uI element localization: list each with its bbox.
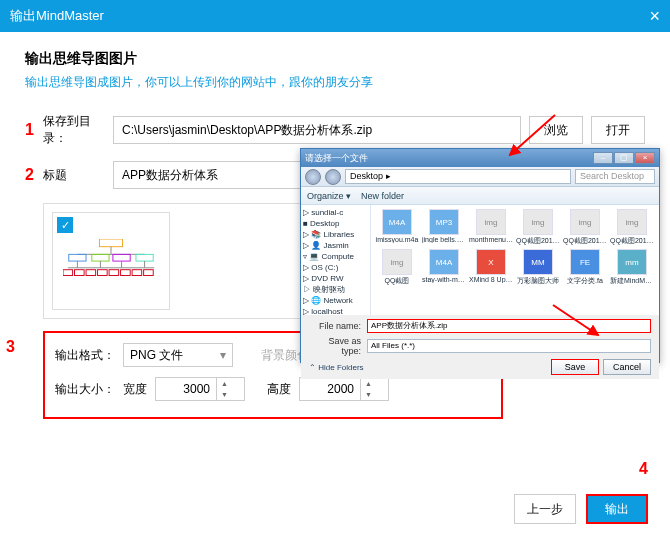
tree-item[interactable]: ▷ 映射驱动 <box>303 284 368 295</box>
savetype-dropdown[interactable]: All Files (*.*) <box>367 339 651 353</box>
file-label: QQ截图20171023171.png <box>516 236 560 246</box>
file-item[interactable]: imgQQ截图 <box>375 249 419 286</box>
svg-rect-14 <box>86 270 96 276</box>
tree-item[interactable]: ▿ 💻 Compute <box>303 251 368 262</box>
file-item[interactable]: MM万彩脑图大师 <box>516 249 560 286</box>
svg-rect-17 <box>121 270 131 276</box>
maximize-icon[interactable]: ▢ <box>614 152 634 164</box>
file-item[interactable]: imgQQ截图20171023171701.png <box>563 209 607 246</box>
file-item[interactable]: XXMind 8 Update 5 <box>469 249 513 286</box>
file-item[interactable]: mm新建MindMaster.mm <box>610 249 654 286</box>
file-grid[interactable]: M4Aimissyou.m4aMP3jingle bells.mp3imgmon… <box>371 205 659 315</box>
file-icon: M4A <box>429 249 459 275</box>
file-label: stay-with-me.m4a <box>422 276 466 283</box>
spin-up-icon[interactable]: ▲ <box>217 378 232 389</box>
height-input[interactable] <box>300 382 360 396</box>
file-label: XMind 8 Update 5 <box>469 276 513 283</box>
tree-item[interactable]: ▷ sundial-c <box>303 207 368 218</box>
file-label: imissyou.m4a <box>375 236 419 243</box>
file-item[interactable]: imgQQ截图20171023171.png <box>610 209 654 246</box>
file-icon: img <box>382 249 412 275</box>
save-path-input[interactable] <box>113 116 521 144</box>
tree-item[interactable]: ▷ OS (C:) <box>303 262 368 273</box>
folder-tree[interactable]: ▷ sundial-c■ Desktop▷ 📚 Libraries▷ 👤 Jas… <box>301 205 371 315</box>
file-label: 万彩脑图大师 <box>516 276 560 286</box>
newfolder-button[interactable]: New folder <box>361 191 404 201</box>
file-save-dialog: 请选择一个文件 – ▢ × Desktop ▸ Search Desktop O… <box>300 148 660 363</box>
window-title: 输出MindMaster <box>10 7 104 25</box>
svg-rect-4 <box>92 254 109 261</box>
annotation-2: 2 <box>25 166 39 184</box>
format-value: PNG 文件 <box>130 347 183 364</box>
svg-rect-0 <box>99 239 122 247</box>
height-stepper[interactable]: ▲▼ <box>299 377 389 401</box>
page-subtitle: 输出思维导图成图片，你可以上传到你的网站中，跟你的朋友分享 <box>25 74 645 91</box>
forward-icon[interactable] <box>325 169 341 185</box>
export-button[interactable]: 输出 <box>586 494 648 524</box>
save-button[interactable]: Save <box>551 359 599 375</box>
width-input[interactable] <box>156 382 216 396</box>
page-title: 输出思维导图图片 <box>25 50 645 68</box>
tree-item[interactable]: ▷ 👤 Jasmin <box>303 240 368 251</box>
cancel-button[interactable]: Cancel <box>603 359 651 375</box>
file-item[interactable]: imgmonthmenu.png <box>469 209 513 246</box>
spin-down-icon[interactable]: ▼ <box>361 389 376 400</box>
file-icon: img <box>523 209 553 235</box>
filename-label: File name: <box>309 321 361 331</box>
path-field[interactable]: Desktop ▸ <box>345 169 571 184</box>
file-icon: img <box>617 209 647 235</box>
prev-button[interactable]: 上一步 <box>514 494 576 524</box>
file-item[interactable]: imgQQ截图20171023171.png <box>516 209 560 246</box>
file-item[interactable]: M4Astay-with-me.m4a <box>422 249 466 286</box>
file-item[interactable]: MP3jingle bells.mp3 <box>422 209 466 246</box>
tree-item[interactable]: ▷ localhost <box>303 306 368 315</box>
width-stepper[interactable]: ▲▼ <box>155 377 245 401</box>
tree-item[interactable]: ▷ DVD RW <box>303 273 368 284</box>
preview-thumbnail[interactable]: ✓ <box>52 212 170 310</box>
minimize-icon[interactable]: – <box>593 152 613 164</box>
file-icon: img <box>570 209 600 235</box>
svg-rect-16 <box>109 270 119 276</box>
file-icon: img <box>476 209 506 235</box>
file-label: QQ截图20171023171.png <box>610 236 654 246</box>
format-dropdown[interactable]: PNG 文件 ▾ <box>123 343 233 367</box>
height-label: 高度 <box>267 381 291 398</box>
size-label: 输出大小： <box>55 381 115 398</box>
hide-folders-link[interactable]: ⌃ Hide Folders <box>309 363 364 372</box>
tree-item[interactable]: ▷ 🌐 Network <box>303 295 368 306</box>
open-button[interactable]: 打开 <box>591 116 645 144</box>
file-icon: MM <box>523 249 553 275</box>
file-label: monthmenu.png <box>469 236 513 243</box>
svg-rect-5 <box>113 254 130 261</box>
annotation-3: 3 <box>6 338 15 356</box>
search-input[interactable]: Search Desktop <box>575 169 655 184</box>
back-icon[interactable] <box>305 169 321 185</box>
chevron-down-icon: ▾ <box>220 348 226 362</box>
svg-rect-12 <box>63 270 73 276</box>
annotation-1: 1 <box>25 121 39 139</box>
browse-button[interactable]: 浏览 <box>529 116 583 144</box>
window-buttons: – ▢ × <box>593 152 655 164</box>
close-icon[interactable]: × <box>649 6 660 27</box>
file-item[interactable]: M4Aimissyou.m4a <box>375 209 419 246</box>
dialog-nav: Desktop ▸ Search Desktop <box>301 167 659 187</box>
footer: 上一步 输出 <box>514 494 648 524</box>
tree-item[interactable]: ■ Desktop <box>303 218 368 229</box>
svg-rect-6 <box>136 254 153 261</box>
check-icon: ✓ <box>57 217 73 233</box>
dialog-title: 请选择一个文件 <box>305 152 368 165</box>
file-label: 新建MindMaster.mm <box>610 276 654 286</box>
file-item[interactable]: FE文字分类.fa <box>563 249 607 286</box>
spin-down-icon[interactable]: ▼ <box>217 389 232 400</box>
file-label: 文字分类.fa <box>563 276 607 286</box>
file-icon: X <box>476 249 506 275</box>
close-icon[interactable]: × <box>635 152 655 164</box>
dialog-titlebar: 请选择一个文件 – ▢ × <box>301 149 659 167</box>
tree-item[interactable]: ▷ 📚 Libraries <box>303 229 368 240</box>
file-icon: FE <box>570 249 600 275</box>
filename-input[interactable]: APP数据分析体系.zip <box>367 319 651 333</box>
spin-up-icon[interactable]: ▲ <box>361 378 376 389</box>
organize-menu[interactable]: Organize ▾ <box>307 191 351 201</box>
file-label: jingle bells.mp3 <box>422 236 466 243</box>
annotation-4: 4 <box>639 460 648 478</box>
